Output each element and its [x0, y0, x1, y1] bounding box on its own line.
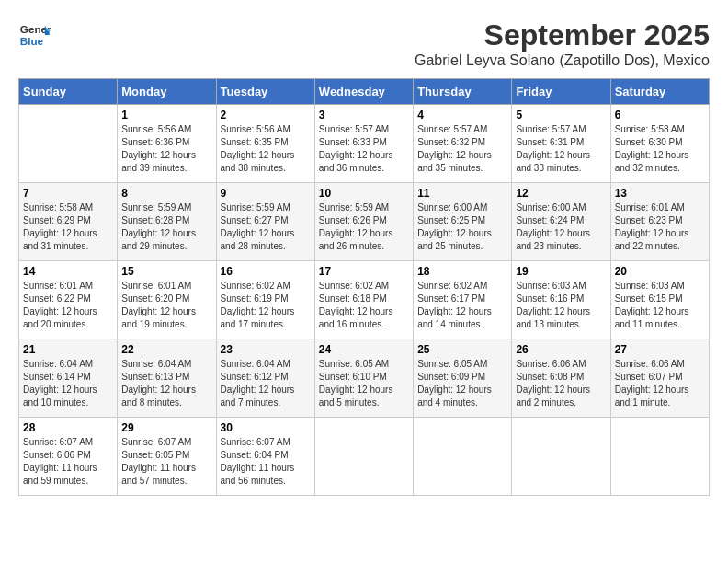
calendar-cell: 26Sunrise: 6:06 AM Sunset: 6:08 PM Dayli… — [512, 339, 610, 418]
day-info: Sunrise: 6:05 AM Sunset: 6:10 PM Dayligh… — [319, 358, 409, 409]
day-info: Sunrise: 6:05 AM Sunset: 6:09 PM Dayligh… — [417, 358, 507, 409]
day-number: 1 — [121, 109, 211, 121]
day-number: 21 — [23, 343, 113, 356]
day-number: 12 — [516, 187, 606, 200]
calendar-cell: 16Sunrise: 6:02 AM Sunset: 6:19 PM Dayli… — [216, 261, 314, 339]
day-number: 24 — [319, 343, 409, 356]
day-info: Sunrise: 6:07 AM Sunset: 6:04 PM Dayligh… — [221, 436, 311, 488]
day-number: 18 — [417, 265, 507, 278]
day-info: Sunrise: 6:06 AM Sunset: 6:08 PM Dayligh… — [516, 358, 606, 409]
day-number: 6 — [615, 109, 705, 121]
day-number: 20 — [615, 265, 705, 278]
calendar-cell: 30Sunrise: 6:07 AM Sunset: 6:04 PM Dayli… — [216, 418, 314, 496]
day-info: Sunrise: 5:56 AM Sunset: 6:35 PM Dayligh… — [221, 123, 311, 175]
calendar-cell: 27Sunrise: 6:06 AM Sunset: 6:07 PM Dayli… — [610, 339, 709, 418]
day-info: Sunrise: 6:07 AM Sunset: 6:05 PM Dayligh… — [121, 436, 211, 488]
calendar-cell: 24Sunrise: 6:05 AM Sunset: 6:10 PM Dayli… — [314, 339, 413, 418]
day-number: 3 — [319, 109, 409, 121]
day-number: 9 — [221, 187, 311, 200]
day-info: Sunrise: 5:59 AM Sunset: 6:26 PM Dayligh… — [319, 201, 409, 253]
logo: General Blue — [18, 18, 51, 52]
day-info: Sunrise: 5:56 AM Sunset: 6:36 PM Dayligh… — [121, 123, 211, 175]
day-number: 16 — [221, 265, 311, 278]
day-info: Sunrise: 6:04 AM Sunset: 6:13 PM Dayligh… — [121, 358, 211, 409]
calendar-table: SundayMondayTuesdayWednesdayThursdayFrid… — [18, 78, 710, 496]
calendar-cell: 11Sunrise: 6:00 AM Sunset: 6:25 PM Dayli… — [414, 183, 512, 261]
calendar-cell: 17Sunrise: 6:02 AM Sunset: 6:18 PM Dayli… — [314, 261, 413, 339]
column-header-monday: Monday — [118, 79, 216, 105]
calendar-cell: 3Sunrise: 5:57 AM Sunset: 6:33 PM Daylig… — [314, 105, 413, 183]
day-number: 13 — [615, 187, 705, 200]
day-info: Sunrise: 6:07 AM Sunset: 6:06 PM Dayligh… — [23, 436, 113, 488]
day-info: Sunrise: 6:03 AM Sunset: 6:16 PM Dayligh… — [516, 280, 606, 331]
day-number: 11 — [417, 187, 507, 200]
calendar-cell: 22Sunrise: 6:04 AM Sunset: 6:13 PM Dayli… — [118, 339, 216, 418]
calendar-cell: 9Sunrise: 5:59 AM Sunset: 6:27 PM Daylig… — [216, 183, 314, 261]
day-info: Sunrise: 5:59 AM Sunset: 6:27 PM Dayligh… — [221, 201, 311, 253]
calendar-cell: 21Sunrise: 6:04 AM Sunset: 6:14 PM Dayli… — [19, 339, 118, 418]
day-info: Sunrise: 5:58 AM Sunset: 6:30 PM Dayligh… — [615, 123, 705, 175]
day-info: Sunrise: 6:04 AM Sunset: 6:14 PM Dayligh… — [23, 358, 113, 409]
day-number: 23 — [221, 343, 311, 356]
calendar-cell — [314, 418, 413, 496]
calendar-cell: 25Sunrise: 6:05 AM Sunset: 6:09 PM Dayli… — [414, 339, 512, 418]
calendar-cell — [610, 418, 709, 496]
day-info: Sunrise: 6:02 AM Sunset: 6:18 PM Dayligh… — [319, 280, 409, 331]
day-info: Sunrise: 6:00 AM Sunset: 6:24 PM Dayligh… — [516, 201, 606, 253]
calendar-cell: 15Sunrise: 6:01 AM Sunset: 6:20 PM Dayli… — [118, 261, 216, 339]
day-number: 4 — [417, 109, 507, 121]
day-info: Sunrise: 6:00 AM Sunset: 6:25 PM Dayligh… — [417, 201, 507, 253]
calendar-cell: 19Sunrise: 6:03 AM Sunset: 6:16 PM Dayli… — [512, 261, 610, 339]
calendar-cell: 29Sunrise: 6:07 AM Sunset: 6:05 PM Dayli… — [118, 418, 216, 496]
location-title: Gabriel Leyva Solano (Zapotillo Dos), Me… — [415, 52, 710, 69]
day-number: 2 — [221, 109, 311, 121]
svg-text:Blue: Blue — [20, 35, 44, 47]
calendar-cell: 2Sunrise: 5:56 AM Sunset: 6:35 PM Daylig… — [216, 105, 314, 183]
calendar-cell: 18Sunrise: 6:02 AM Sunset: 6:17 PM Dayli… — [414, 261, 512, 339]
calendar-cell: 28Sunrise: 6:07 AM Sunset: 6:06 PM Dayli… — [19, 418, 118, 496]
day-info: Sunrise: 6:02 AM Sunset: 6:17 PM Dayligh… — [417, 280, 507, 331]
calendar-cell: 8Sunrise: 5:59 AM Sunset: 6:28 PM Daylig… — [118, 183, 216, 261]
calendar-cell: 12Sunrise: 6:00 AM Sunset: 6:24 PM Dayli… — [512, 183, 610, 261]
calendar-cell: 13Sunrise: 6:01 AM Sunset: 6:23 PM Dayli… — [610, 183, 709, 261]
column-header-tuesday: Tuesday — [216, 79, 314, 105]
day-info: Sunrise: 6:01 AM Sunset: 6:22 PM Dayligh… — [23, 280, 113, 331]
logo-icon: General Blue — [18, 18, 51, 52]
day-number: 7 — [23, 187, 113, 200]
day-number: 28 — [23, 421, 113, 434]
day-info: Sunrise: 5:57 AM Sunset: 6:33 PM Dayligh… — [319, 123, 409, 175]
day-number: 27 — [615, 343, 705, 356]
calendar-cell: 7Sunrise: 5:58 AM Sunset: 6:29 PM Daylig… — [19, 183, 118, 261]
day-number: 19 — [516, 265, 606, 278]
calendar-cell: 20Sunrise: 6:03 AM Sunset: 6:15 PM Dayli… — [610, 261, 709, 339]
day-info: Sunrise: 5:57 AM Sunset: 6:32 PM Dayligh… — [417, 123, 507, 175]
calendar-cell: 1Sunrise: 5:56 AM Sunset: 6:36 PM Daylig… — [118, 105, 216, 183]
day-number: 5 — [516, 109, 606, 121]
calendar-cell: 4Sunrise: 5:57 AM Sunset: 6:32 PM Daylig… — [414, 105, 512, 183]
day-info: Sunrise: 6:01 AM Sunset: 6:20 PM Dayligh… — [121, 280, 211, 331]
day-number: 26 — [516, 343, 606, 356]
column-header-friday: Friday — [512, 79, 610, 105]
calendar-cell: 6Sunrise: 5:58 AM Sunset: 6:30 PM Daylig… — [610, 105, 709, 183]
calendar-cell: 5Sunrise: 5:57 AM Sunset: 6:31 PM Daylig… — [512, 105, 610, 183]
day-number: 8 — [121, 187, 211, 200]
day-number: 15 — [121, 265, 211, 278]
day-number: 25 — [417, 343, 507, 356]
page-header: General Blue September 2025 Gabriel Leyv… — [18, 18, 710, 69]
day-info: Sunrise: 6:01 AM Sunset: 6:23 PM Dayligh… — [615, 201, 705, 253]
day-info: Sunrise: 6:03 AM Sunset: 6:15 PM Dayligh… — [615, 280, 705, 331]
day-info: Sunrise: 6:02 AM Sunset: 6:19 PM Dayligh… — [221, 280, 311, 331]
calendar-cell: 23Sunrise: 6:04 AM Sunset: 6:12 PM Dayli… — [216, 339, 314, 418]
day-number: 10 — [319, 187, 409, 200]
day-number: 17 — [319, 265, 409, 278]
day-info: Sunrise: 6:06 AM Sunset: 6:07 PM Dayligh… — [615, 358, 705, 409]
day-info: Sunrise: 5:59 AM Sunset: 6:28 PM Dayligh… — [121, 201, 211, 253]
day-info: Sunrise: 5:57 AM Sunset: 6:31 PM Dayligh… — [516, 123, 606, 175]
day-number: 29 — [121, 421, 211, 434]
calendar-cell: 14Sunrise: 6:01 AM Sunset: 6:22 PM Dayli… — [19, 261, 118, 339]
column-header-saturday: Saturday — [610, 79, 709, 105]
column-header-sunday: Sunday — [19, 79, 118, 105]
calendar-cell — [19, 105, 118, 183]
column-header-wednesday: Wednesday — [314, 79, 413, 105]
column-header-thursday: Thursday — [414, 79, 512, 105]
